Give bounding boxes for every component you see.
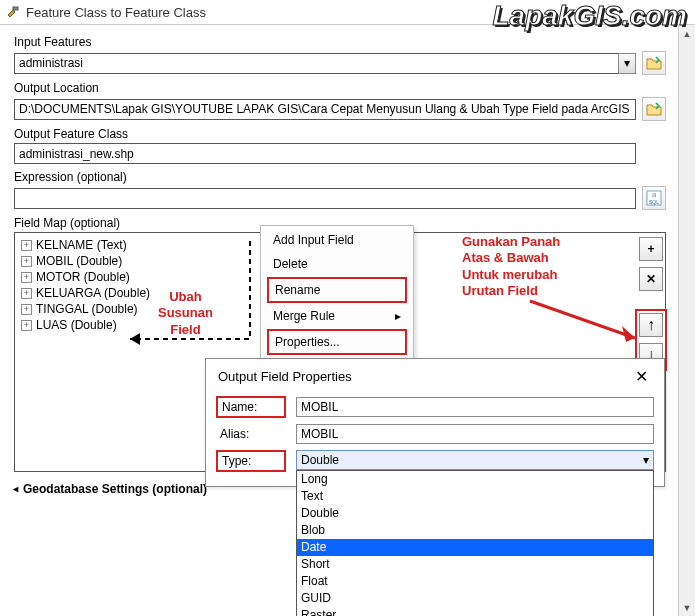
- expand-icon[interactable]: +: [21, 320, 32, 331]
- type-dropdown-list[interactable]: LongTextDoubleBlobDateShortFloatGUIDRast…: [296, 470, 654, 616]
- annotation-right: Gunakan PanahAtas & BawahUntuk merubahUr…: [462, 234, 560, 299]
- alias-field[interactable]: [296, 424, 654, 444]
- context-properties[interactable]: Properties...: [267, 329, 407, 355]
- name-label: Name:: [216, 396, 286, 418]
- context-rename[interactable]: Rename: [267, 277, 407, 303]
- input-features-field[interactable]: [14, 53, 619, 74]
- hammer-icon: [6, 5, 20, 19]
- browse-input-features-button[interactable]: [642, 51, 666, 75]
- output-field-properties-dialog: Output Field Properties ✕ Name: Alias: T…: [205, 358, 665, 487]
- output-feature-class-label: Output Feature Class: [14, 127, 666, 141]
- menu-label: Merge Rule: [273, 309, 335, 323]
- type-option[interactable]: Date: [297, 539, 653, 556]
- fieldmap-remove-button[interactable]: ✕: [639, 267, 663, 291]
- type-option[interactable]: Float: [297, 573, 653, 590]
- type-option[interactable]: GUID: [297, 590, 653, 607]
- expression-label: Expression (optional): [14, 170, 666, 184]
- window-title: Feature Class to Feature Class: [26, 5, 206, 20]
- fieldmap-item-label: LUAS (Double): [36, 317, 117, 333]
- fieldmap-item-label: TINGGAL (Double): [36, 301, 138, 317]
- vertical-scrollbar[interactable]: ▲ ▼: [678, 25, 695, 616]
- browse-output-location-button[interactable]: [642, 97, 666, 121]
- context-add-input-field[interactable]: Add Input Field: [261, 228, 413, 252]
- type-select-value: Double: [301, 453, 339, 467]
- chevron-down-icon: ▾: [11, 487, 22, 492]
- expand-icon[interactable]: +: [21, 256, 32, 267]
- plus-icon: +: [647, 242, 654, 256]
- expression-field[interactable]: [14, 188, 636, 209]
- titlebar: Feature Class to Feature Class: [0, 0, 695, 25]
- type-option[interactable]: Short: [297, 556, 653, 573]
- scroll-down-icon[interactable]: ▼: [679, 599, 695, 616]
- open-folder-icon: [646, 56, 662, 70]
- chevron-down-icon: ▾: [643, 453, 649, 467]
- fieldmap-context-menu: Add Input Field Delete Rename Merge Rule…: [260, 225, 414, 359]
- sql-icon: 目SQL: [646, 190, 662, 206]
- expand-icon[interactable]: +: [21, 304, 32, 315]
- expand-icon[interactable]: +: [21, 288, 32, 299]
- scroll-up-icon[interactable]: ▲: [679, 25, 695, 42]
- context-merge-rule[interactable]: Merge Rule ▸: [261, 304, 413, 328]
- type-select[interactable]: Double ▾: [296, 450, 654, 470]
- context-delete[interactable]: Delete: [261, 252, 413, 276]
- menu-label: Add Input Field: [273, 233, 354, 247]
- fieldmap-move-up-button[interactable]: ↑: [639, 313, 663, 337]
- chevron-right-icon: ▸: [395, 309, 401, 323]
- svg-text:SQL: SQL: [649, 199, 659, 205]
- fieldmap-item-label: MOTOR (Double): [36, 269, 130, 285]
- name-field[interactable]: [296, 397, 654, 417]
- menu-label: Rename: [275, 283, 320, 297]
- type-option[interactable]: Raster: [297, 607, 653, 616]
- x-icon: ✕: [646, 272, 656, 286]
- type-label: Type:: [216, 450, 286, 472]
- input-features-dropdown-button[interactable]: ▾: [618, 53, 636, 74]
- sql-builder-button[interactable]: 目SQL: [642, 186, 666, 210]
- type-option[interactable]: Double: [297, 505, 653, 522]
- dialog-title: Output Field Properties: [218, 369, 352, 384]
- type-option[interactable]: Text: [297, 488, 653, 505]
- open-folder-icon: [646, 102, 662, 116]
- alias-label: Alias:: [216, 425, 286, 443]
- fieldmap-item-label: KELNAME (Text): [36, 237, 127, 253]
- fieldmap-item-label: MOBIL (Double): [36, 253, 122, 269]
- svg-rect-0: [13, 7, 18, 10]
- menu-label: Properties...: [275, 335, 340, 349]
- menu-label: Delete: [273, 257, 308, 271]
- input-features-label: Input Features: [14, 35, 666, 49]
- output-feature-class-field[interactable]: [14, 143, 636, 164]
- annotation-left: UbahSusunanField: [158, 289, 213, 338]
- expand-icon[interactable]: +: [21, 240, 32, 251]
- close-dialog-button[interactable]: ✕: [631, 367, 652, 386]
- output-location-field[interactable]: [14, 99, 636, 120]
- arrow-up-icon: ↑: [647, 316, 655, 334]
- fieldmap-item-label: KELUARGA (Double): [36, 285, 150, 301]
- output-location-label: Output Location: [14, 81, 666, 95]
- fieldmap-add-button[interactable]: +: [639, 237, 663, 261]
- geodatabase-settings-label: Geodatabase Settings (optional): [23, 482, 207, 496]
- type-option[interactable]: Blob: [297, 522, 653, 539]
- expand-icon[interactable]: +: [21, 272, 32, 283]
- svg-text:目: 目: [652, 192, 657, 198]
- type-option[interactable]: Long: [297, 471, 653, 488]
- chevron-down-icon: ▾: [624, 56, 630, 70]
